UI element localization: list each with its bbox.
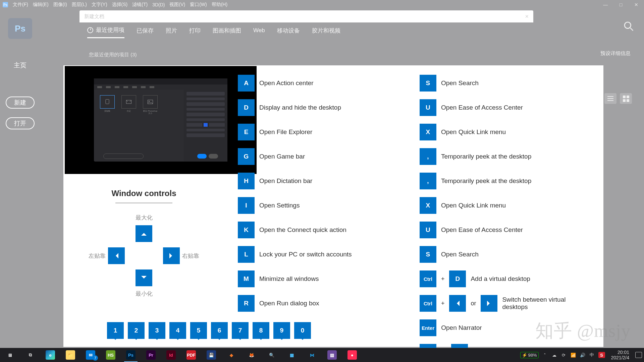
label-snap-left: 左贴靠: [89, 252, 106, 260]
taskbar-calc[interactable]: ▤: [322, 348, 342, 362]
key-arrow-down: [136, 269, 152, 286]
taskbar-pr[interactable]: Pr: [141, 348, 161, 362]
taskbar-pdf[interactable]: PDF: [181, 348, 201, 362]
tab-recent[interactable]: 最近使用项: [87, 26, 124, 38]
taskbar-edge[interactable]: e: [40, 348, 60, 362]
key-S: S: [420, 246, 436, 263]
open-button[interactable]: 打开: [6, 117, 35, 129]
tab-web[interactable]: Web: [253, 27, 265, 37]
key: X: [420, 124, 436, 140]
shortcut-row: ,Temporarily peek at the desktop: [420, 148, 590, 165]
window-close[interactable]: ✕: [629, 0, 644, 9]
menu-filter[interactable]: 滤镜(T): [132, 2, 148, 8]
shortcut-desc: Temporarily peek at the desktop: [441, 177, 531, 185]
window-minimize[interactable]: —: [598, 0, 613, 9]
key-g: G: [238, 148, 255, 165]
taskbar-save[interactable]: 💾: [201, 348, 221, 362]
tab-saved[interactable]: 已保存: [137, 27, 154, 38]
taskbar-id[interactable]: Id: [161, 348, 181, 362]
pdf-icon: PDF: [186, 350, 196, 360]
shortcut-add-virtual-desktop: Ctrl + D Add a virtual desktop: [420, 270, 590, 287]
taskbar-everything[interactable]: 🔍: [262, 348, 282, 362]
or-separator: or: [471, 300, 476, 307]
new-button[interactable]: 新建: [6, 97, 35, 109]
menu-layer[interactable]: 图层(L): [72, 2, 87, 8]
key-m: M: [238, 270, 255, 287]
shortcut-desc: Open Narrator: [441, 324, 482, 331]
tray-sync-icon[interactable]: ⟳: [561, 352, 567, 358]
explorer-icon: 📁: [66, 350, 75, 360]
menu-select[interactable]: 选择(S): [112, 2, 128, 8]
label-maximize: 最大化: [136, 214, 153, 222]
label-snap-right: 右贴靠: [182, 252, 199, 260]
taskbar-blender[interactable]: ◆: [221, 348, 241, 362]
grid-view-icon[interactable]: [620, 93, 632, 104]
taskbar-start[interactable]: ⊞: [0, 348, 20, 362]
shortcuts-overlay: 剪贴板 自定 默认 Photoshop 大小: [63, 65, 603, 347]
edge-icon: e: [46, 350, 55, 360]
key-7: 7: [232, 322, 249, 339]
taskbar-powertoys[interactable]: ▦: [282, 348, 302, 362]
shortcut-desc: Display and hide the desktop: [259, 104, 341, 111]
tray-chevron-up-icon[interactable]: ˄: [542, 352, 548, 358]
menu-image[interactable]: 图像(I): [53, 2, 67, 8]
tab-print[interactable]: 打印: [189, 27, 201, 38]
key-6: 6: [211, 322, 228, 339]
recent-projects-label: 您最近使用的项目 (3): [89, 52, 137, 58]
menu-3d[interactable]: 3D(D): [152, 2, 165, 7]
svg-rect-3: [126, 100, 131, 104]
hs-icon: HS: [106, 350, 115, 360]
list-view-icon[interactable]: [604, 93, 616, 104]
shortcut-row: UOpen Ease of Access Center: [420, 222, 590, 238]
tray-volume-icon[interactable]: 🔊: [580, 352, 586, 358]
battery-indicator[interactable]: ⚡98%: [520, 352, 538, 358]
key-3: 3: [149, 322, 165, 339]
shortcut-row: AOpen Action center: [238, 75, 393, 92]
taskview-icon: ⧉: [25, 350, 35, 360]
taskbar-taskview[interactable]: ⧉: [20, 348, 40, 362]
taskbar-firefox[interactable]: 🦊: [241, 348, 262, 362]
ps-logo: Ps: [8, 18, 32, 39]
shortcut-desc: Temporarily peek at the desktop: [441, 153, 531, 160]
shortcut-row: LLock your PC or switch accounts: [238, 246, 393, 263]
menu-edit[interactable]: 编辑(E): [33, 2, 49, 8]
menu-view[interactable]: 视图(V): [169, 2, 185, 8]
shortcut-row: SOpen Search: [420, 246, 590, 263]
modal-close-icon[interactable]: ×: [525, 13, 529, 20]
tab-photo[interactable]: 照片: [166, 27, 177, 38]
key-r: R: [238, 295, 255, 312]
menu-file[interactable]: 文件(F): [13, 2, 28, 8]
tray-onedrive-icon[interactable]: ☁: [551, 352, 557, 358]
key-,: ,: [420, 173, 436, 189]
key-enter: Enter: [420, 319, 436, 336]
shortcut-desc: Open the Connect quick action: [259, 226, 346, 234]
taskbar-rec[interactable]: ●: [342, 348, 362, 362]
taskbar-clock[interactable]: 20:012021/2/4: [608, 350, 632, 360]
taskbar-hs[interactable]: HS: [101, 348, 121, 362]
tab-art[interactable]: 图画和插图: [213, 27, 241, 38]
shortcut-row: IOpen Settings: [238, 197, 393, 214]
tray-sogou-icon[interactable]: S: [598, 352, 605, 358]
taskbar-ps[interactable]: Ps: [121, 348, 141, 362]
search-icon[interactable]: [623, 21, 634, 32]
tray-wifi-icon[interactable]: 📶: [570, 352, 576, 358]
home-link[interactable]: 主页: [14, 61, 26, 70]
taskbar-explorer[interactable]: 📁: [60, 348, 80, 362]
taskbar-vscode[interactable]: ⋈: [302, 348, 322, 362]
menu-help[interactable]: 帮助(H): [212, 2, 227, 8]
number-keys-row: 1234567890: [107, 322, 311, 339]
tray-ime-icon[interactable]: 中: [589, 352, 595, 358]
action-center-icon[interactable]: [635, 352, 642, 358]
key-4: 4: [169, 322, 186, 339]
key: ,: [420, 148, 436, 165]
blender-icon: ◆: [227, 350, 236, 360]
rec-icon: ●: [347, 350, 357, 360]
menu-type[interactable]: 文字(Y): [92, 2, 107, 8]
shortcut-desc: Open Settings: [259, 202, 300, 209]
tab-film[interactable]: 胶片和视频: [312, 27, 340, 38]
menu-window[interactable]: 窗口(W): [190, 2, 207, 8]
tab-mobile[interactable]: 移动设备: [277, 27, 300, 38]
shortcut-desc: Open Quick Link menu: [441, 202, 506, 209]
window-maximize[interactable]: □: [613, 0, 629, 9]
taskbar-mail[interactable]: ✉7: [80, 348, 101, 362]
